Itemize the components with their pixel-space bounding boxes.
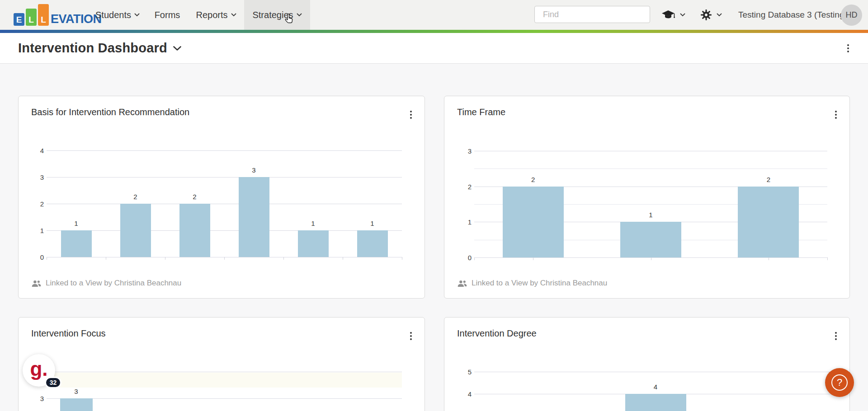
people-icon <box>31 280 41 287</box>
bar[interactable] <box>625 394 686 411</box>
gridline <box>47 372 402 372</box>
x-axis-tick <box>474 257 475 260</box>
card-intervention-degree: Intervention Degree 544 <box>444 317 850 411</box>
people-icon <box>457 280 467 287</box>
card-menu-button[interactable] <box>832 108 840 121</box>
database-label: Testing Database 3 (Testing) <box>738 0 847 30</box>
gridline <box>47 398 402 399</box>
bar-value-label: 1 <box>370 220 374 227</box>
chevron-down-icon <box>231 13 236 17</box>
nav-item-students[interactable]: Students <box>89 0 146 30</box>
x-axis-tick <box>165 257 165 260</box>
bar[interactable] <box>357 230 388 257</box>
minor-gridline <box>474 168 827 169</box>
x-axis-tick <box>283 257 284 260</box>
y-axis-label: 3 <box>28 173 44 181</box>
bar[interactable] <box>61 230 92 257</box>
bar-value-label: 2 <box>133 193 137 201</box>
y-axis-label: 0 <box>28 253 44 261</box>
nav-item-reports[interactable]: Reports <box>190 0 242 30</box>
x-axis-tick <box>343 257 343 260</box>
x-axis-tick <box>769 257 769 260</box>
y-axis-label: 1 <box>28 227 44 234</box>
y-axis-label: 2 <box>28 200 44 208</box>
graduation-cap-icon <box>661 9 675 20</box>
card-footer: Linked to a View by Christina Beachnau <box>31 279 181 288</box>
bar[interactable] <box>120 204 151 257</box>
settings-menu[interactable] <box>700 0 722 30</box>
bar[interactable] <box>239 177 269 257</box>
logo-bars-icon: E L L <box>14 4 49 26</box>
bar[interactable] <box>503 187 564 257</box>
chevron-down-icon <box>134 13 140 17</box>
nav-item-label: Students <box>95 10 131 20</box>
bar[interactable] <box>60 398 93 411</box>
x-axis-tick <box>402 257 402 260</box>
x-axis-tick <box>106 257 106 260</box>
x-axis-tick <box>827 257 828 260</box>
card-footer: Linked to a View by Christina Beachnau <box>457 279 607 288</box>
user-avatar[interactable]: HD <box>841 5 862 26</box>
bar-value-label: 3 <box>252 166 255 174</box>
bar-value-label: 2 <box>531 176 535 183</box>
gridline <box>474 151 827 151</box>
card-title: Intervention Focus <box>31 328 106 339</box>
chevron-down-icon <box>680 13 685 17</box>
accent-gradient-bar <box>0 30 868 33</box>
chevron-down-icon <box>717 13 722 17</box>
logo-block-l1: L <box>26 9 37 26</box>
bar[interactable] <box>620 222 681 257</box>
gridline <box>47 230 402 231</box>
page-title: Intervention Dashboard <box>18 41 167 56</box>
x-axis-tick <box>224 257 225 260</box>
chart-highlight-band <box>47 373 402 388</box>
card-basis-for-intervention-recommendation: Basis for Intervention Recommendation 01… <box>18 96 425 299</box>
grammarly-badge[interactable]: 32 <box>45 377 61 388</box>
y-axis-label: 5 <box>456 368 472 376</box>
bar[interactable] <box>298 230 329 257</box>
help-button[interactable]: ? <box>825 368 854 397</box>
page-header: Intervention Dashboard <box>0 33 868 64</box>
card-footer-text: Linked to a View by Christina Beachnau <box>472 279 607 288</box>
find-search-box[interactable] <box>534 6 650 23</box>
grammarly-icon: g. <box>30 359 47 379</box>
x-axis-tick <box>533 257 533 260</box>
nav-item-label: Reports <box>196 10 227 20</box>
y-axis-label: 3 <box>28 395 44 402</box>
top-nav: E L L EVATION Students Forms Reports Str… <box>0 0 868 30</box>
card-title: Intervention Degree <box>457 328 537 339</box>
dashboard-grid: Basis for Intervention Recommendation 01… <box>0 64 868 411</box>
dashboard-selector-button[interactable] <box>173 46 182 51</box>
academics-menu[interactable] <box>661 0 685 30</box>
gridline <box>47 150 402 151</box>
x-axis-tick <box>47 257 47 260</box>
gear-icon <box>700 9 712 21</box>
y-axis-label: 0 <box>456 254 472 262</box>
logo-block-e: E <box>14 13 24 26</box>
nav-item-label: Forms <box>155 10 180 20</box>
bar-value-label: 2 <box>767 176 770 183</box>
y-axis-label: 3 <box>456 147 472 155</box>
question-mark-icon: ? <box>831 374 848 391</box>
bar-value-label: 1 <box>311 220 315 227</box>
bar-value-label: 4 <box>654 383 657 391</box>
nav-item-forms[interactable]: Forms <box>149 0 185 30</box>
card-menu-button[interactable] <box>832 329 840 343</box>
gridline <box>47 204 402 204</box>
card-menu-button[interactable] <box>407 108 415 121</box>
bar[interactable] <box>738 187 799 257</box>
nav-item-label: Strategies <box>252 10 293 20</box>
bar-value-label: 3 <box>74 388 78 395</box>
card-time-frame: Time Frame 0123212 Linked to a View by C… <box>444 96 850 299</box>
bar[interactable] <box>179 204 210 257</box>
nav-item-strategies[interactable]: Strategies <box>244 0 310 30</box>
card-menu-button[interactable] <box>407 329 415 343</box>
y-axis-label: 4 <box>28 147 44 154</box>
page-menu-button[interactable] <box>844 42 852 55</box>
bar-value-label: 1 <box>649 211 652 219</box>
y-axis-label: 4 <box>456 390 472 398</box>
x-axis-tick <box>651 257 651 260</box>
search-input[interactable] <box>543 10 648 19</box>
card-title: Time Frame <box>457 107 505 117</box>
gridline <box>47 177 402 177</box>
